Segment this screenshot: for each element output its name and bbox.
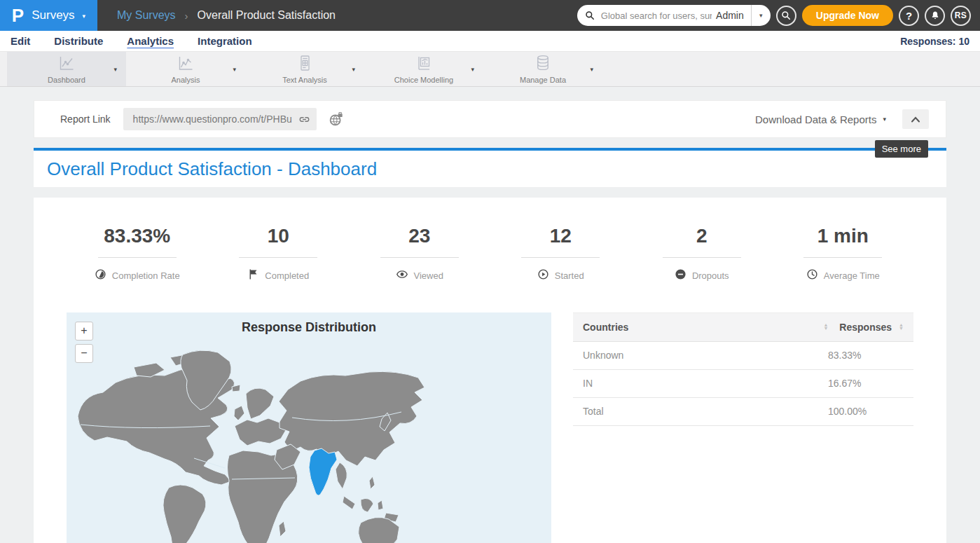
link-icon xyxy=(298,114,310,125)
country-cell: Total xyxy=(583,406,828,417)
nav-tab-integration[interactable]: Integration xyxy=(198,35,252,47)
stat-divider xyxy=(98,257,177,258)
questionpro-logo: P xyxy=(12,6,24,25)
minus-circle-icon xyxy=(675,268,686,283)
survey-nav: Edit Distribute Analytics Integration Re… xyxy=(0,31,980,52)
responses-cell: 16.67% xyxy=(828,378,904,389)
report-url-input[interactable] xyxy=(132,113,298,125)
search-button[interactable] xyxy=(776,6,796,26)
product-label: Surveys xyxy=(32,8,74,22)
sort-down-arrow: ▼ xyxy=(899,327,904,330)
see-more-tooltip: See more xyxy=(875,140,928,158)
toolbar-item-dashboard[interactable]: Dashboard ▾ xyxy=(7,52,126,86)
user-avatar[interactable]: RS xyxy=(951,6,971,26)
sulawesi-shape xyxy=(378,500,383,510)
sort-icon[interactable]: ▲ ▼ xyxy=(899,324,904,330)
text-analysis-dropdown-caret-icon[interactable]: ▾ xyxy=(352,66,355,73)
stat-divider xyxy=(380,257,459,258)
stat-value: 12 xyxy=(550,226,572,247)
copy-link-button[interactable] xyxy=(298,114,310,125)
toolbar-item-label: Choice Modelling xyxy=(394,76,453,84)
manage-data-dropdown-caret-icon[interactable]: ▾ xyxy=(590,66,593,73)
toolbar-item-text-analysis[interactable]: Text Analysis ▾ xyxy=(245,52,364,86)
page-title: Overall Product Satisfaction - Dashboard xyxy=(47,158,377,180)
notifications-button[interactable] xyxy=(925,6,945,26)
nav-tab-edit[interactable]: Edit xyxy=(11,35,30,47)
map-zoom-out-button[interactable]: − xyxy=(75,344,93,363)
collapse-panel-button[interactable] xyxy=(902,109,929,129)
analytics-toolbar: Dashboard ▾ Analysis ▾ Text Analysis ▾ C… xyxy=(0,52,980,87)
analysis-dropdown-caret-icon[interactable]: ▾ xyxy=(233,66,236,73)
report-visibility-button[interactable] xyxy=(329,112,343,127)
breadcrumb: My Surveys › Overall Product Satisfactio… xyxy=(117,9,336,22)
countries-table: Countries ▲ ▼ Responses ▲ ▼ Unknown 83.3… xyxy=(573,312,913,543)
stat-divider xyxy=(663,257,741,258)
countries-table-header: Countries ▲ ▼ Responses ▲ ▼ xyxy=(573,312,913,342)
flag-icon xyxy=(247,268,259,283)
choice-modelling-dropdown-caret-icon[interactable]: ▾ xyxy=(471,66,474,73)
sumatra-shape xyxy=(343,496,355,509)
report-link-bar: Report Link Download Data & Reports ▾ xyxy=(34,100,946,138)
surveys-app-switcher[interactable]: P Surveys ▾ xyxy=(0,0,97,31)
analysis-chart-icon xyxy=(177,55,195,75)
stat-value: 83.33% xyxy=(104,226,170,247)
search-scope-caret-icon[interactable]: ▾ xyxy=(752,12,771,19)
table-row: Unknown 83.33% xyxy=(573,342,913,370)
toolbar-item-choice-modelling[interactable]: Choice Modelling ▾ xyxy=(364,52,483,86)
stat-value: 2 xyxy=(696,226,708,247)
eye-icon xyxy=(396,268,408,283)
stat-divider xyxy=(239,257,317,258)
column-header-countries[interactable]: Countries xyxy=(583,322,816,333)
philippines-shape xyxy=(369,476,375,489)
uk-shape xyxy=(234,406,244,420)
upgrade-now-button[interactable]: Upgrade Now xyxy=(802,5,893,26)
nav-tab-distribute[interactable]: Distribute xyxy=(54,35,103,47)
content-row: Response Distribution + − xyxy=(67,312,913,543)
download-data-reports-menu[interactable]: Download Data & Reports xyxy=(755,114,876,125)
help-button[interactable]: ? xyxy=(899,6,919,26)
responses-cell: 83.33% xyxy=(828,350,904,361)
search-scope-selector[interactable]: Admin xyxy=(713,10,751,21)
stat-label: Viewed xyxy=(414,270,443,281)
breadcrumb-current-survey: Overall Product Satisfaction xyxy=(198,9,336,22)
india-highlighted-shape[interactable] xyxy=(309,448,337,495)
map-zoom-controls: + − xyxy=(75,322,93,363)
borneo-shape xyxy=(361,498,373,512)
toolbar-item-label: Analysis xyxy=(172,76,200,84)
stat-value: 1 min xyxy=(817,226,869,247)
text-analysis-document-icon xyxy=(296,55,314,75)
topbar: P Surveys ▾ My Surveys › Overall Product… xyxy=(0,0,980,31)
toolbar-item-label: Manage Data xyxy=(520,76,566,84)
dashboard-dropdown-caret-icon[interactable]: ▾ xyxy=(113,66,117,73)
sort-down-arrow: ▼ xyxy=(823,327,828,330)
world-map-canvas[interactable] xyxy=(67,312,551,543)
toolbar-item-label: Text Analysis xyxy=(282,76,327,84)
nav-tab-analytics[interactable]: Analytics xyxy=(127,35,174,47)
stat-label: Average Time xyxy=(824,270,880,281)
map-zoom-in-button[interactable]: + xyxy=(75,322,93,341)
table-row: Total 100.00% xyxy=(573,398,913,426)
title-card: Overall Product Satisfaction - Dashboard xyxy=(34,148,946,187)
madagascar-shape xyxy=(279,521,286,537)
stat-completion-rate: 83.33% Completion Rate xyxy=(67,226,208,283)
topbar-actions: Admin ▾ Upgrade Now ? RS xyxy=(577,5,980,26)
stat-viewed: 23 Viewed xyxy=(349,226,490,283)
stat-divider xyxy=(521,257,600,258)
global-search-input[interactable] xyxy=(600,10,713,22)
toolbar-item-label: Dashboard xyxy=(48,76,85,84)
south-america-shape xyxy=(163,485,206,543)
table-row: IN 16.67% xyxy=(573,370,913,398)
database-icon xyxy=(534,55,551,75)
download-caret-icon[interactable]: ▾ xyxy=(883,116,886,123)
toolbar-item-manage-data[interactable]: Manage Data ▾ xyxy=(483,52,602,86)
breadcrumb-my-surveys[interactable]: My Surveys xyxy=(117,9,176,22)
column-header-responses[interactable]: Responses xyxy=(839,322,892,333)
breadcrumb-separator-icon: › xyxy=(185,10,188,22)
search-icon xyxy=(585,11,595,20)
toolbar-item-analysis[interactable]: Analysis ▾ xyxy=(126,52,245,86)
response-distribution-map: Response Distribution + − xyxy=(67,312,551,543)
europe-shape xyxy=(235,418,286,446)
report-link-label: Report Link xyxy=(60,114,111,125)
sort-icon[interactable]: ▲ ▼ xyxy=(823,324,828,330)
map-title: Response Distribution xyxy=(67,312,551,335)
